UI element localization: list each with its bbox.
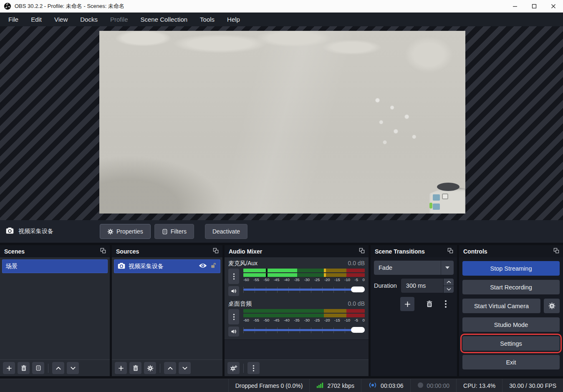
menu-item[interactable]: Docks <box>74 13 104 26</box>
add-scene-button[interactable] <box>3 362 15 374</box>
deactivate-label: Deactivate <box>212 228 240 235</box>
volume-slider-handle[interactable] <box>351 327 365 333</box>
streaming-broadcast-icon <box>368 382 377 389</box>
menu-item[interactable]: Scene Collection <box>134 13 194 26</box>
sources-title: Sources <box>116 248 139 255</box>
duration-spinbox[interactable]: 300 ms <box>401 279 454 293</box>
meter-tick-label: -15 <box>334 277 340 282</box>
menu-item[interactable]: Edit <box>25 13 48 26</box>
virtual-camera-settings-button[interactable] <box>544 299 560 313</box>
minimize-button[interactable] <box>505 0 525 13</box>
move-source-up-button[interactable] <box>164 362 176 374</box>
volume-slider-handle[interactable] <box>351 286 365 292</box>
menubar: FileEditViewDocksProfileScene Collection… <box>0 13 563 26</box>
scenes-panel: Scenes 场景 <box>0 245 110 376</box>
channel-menu-button[interactable] <box>228 309 239 324</box>
settings-button[interactable]: Settings <box>462 336 560 351</box>
scene-list-item[interactable]: 场景 <box>2 259 108 273</box>
meter-tick-label: -10 <box>344 318 350 322</box>
video-preview[interactable] <box>99 31 465 214</box>
advanced-audio-properties-button[interactable] <box>227 362 240 374</box>
meter-tick-label: -45 <box>274 277 280 282</box>
meter-tick-label: -60 <box>243 277 249 282</box>
mixer-toolbar <box>225 359 369 376</box>
popout-icon[interactable] <box>359 247 365 255</box>
sources-panel-header: Sources <box>112 245 222 257</box>
remove-source-button[interactable] <box>129 362 141 374</box>
meter-tick-label: -20 <box>324 318 330 322</box>
source-list-item[interactable]: 视频采集设备 <box>114 259 220 273</box>
volume-slider[interactable] <box>243 327 365 334</box>
add-source-button[interactable] <box>115 362 127 374</box>
menu-item[interactable]: Profile <box>104 13 134 26</box>
unlock-icon[interactable] <box>210 262 217 270</box>
mixer-empty-area <box>225 339 369 359</box>
properties-button[interactable]: Properties <box>100 224 151 239</box>
maximize-button[interactable] <box>525 0 544 13</box>
stop-streaming-button[interactable]: Stop Streaming <box>462 261 560 276</box>
popout-icon[interactable] <box>100 247 106 255</box>
mixer-menu-button[interactable] <box>247 362 260 374</box>
move-scene-up-button[interactable] <box>52 362 64 374</box>
move-scene-down-button[interactable] <box>67 362 79 374</box>
add-transition-button[interactable] <box>400 297 414 311</box>
meter-tick-label: -35 <box>294 277 300 282</box>
mute-speaker-button[interactable] <box>228 286 239 296</box>
transition-select[interactable]: Fade <box>374 261 454 275</box>
popout-icon[interactable] <box>553 247 560 255</box>
visibility-eye-icon[interactable] <box>199 263 207 270</box>
exit-button[interactable]: Exit <box>462 355 560 369</box>
transitions-body: Fade Duration 300 ms <box>371 257 457 314</box>
start-recording-button[interactable]: Start Recording <box>462 280 560 294</box>
transition-selected-value: Fade <box>374 264 441 271</box>
scenes-list: 场景 <box>0 257 110 359</box>
deactivate-button[interactable]: Deactivate <box>205 224 247 239</box>
meter-tick-label: -55 <box>253 318 259 322</box>
controls-title: Controls <box>463 248 487 255</box>
move-source-down-button[interactable] <box>179 362 191 374</box>
meter-tick-label: -5 <box>355 277 358 282</box>
meter-tick-label: -35 <box>294 318 300 322</box>
properties-label: Properties <box>116 228 143 235</box>
menu-item[interactable]: File <box>2 13 25 26</box>
mixer-channel-mic: 麦克风/Aux 0.0 dB -60-55-50-45-40-35-30 <box>225 259 369 299</box>
scenes-toolbar <box>0 359 110 376</box>
popout-icon[interactable] <box>212 247 219 255</box>
source-item-label: 视频采集设备 <box>129 263 195 270</box>
transition-properties-menu-button[interactable] <box>444 300 447 308</box>
duration-increase-button[interactable] <box>444 279 454 286</box>
meter-tick-label: 0 <box>363 277 365 282</box>
source-toolbar: 视频采集设备 Properties Filters <box>0 220 563 243</box>
chevron-down-icon <box>441 266 454 269</box>
menu-item[interactable]: Help <box>221 13 246 26</box>
close-button[interactable] <box>544 0 563 13</box>
remove-scene-button[interactable] <box>18 362 30 374</box>
remove-transition-button[interactable] <box>426 300 433 308</box>
start-virtual-camera-button[interactable]: Start Virtual Camera <box>462 299 540 313</box>
docks-area: Scenes 场景 <box>0 243 563 379</box>
sources-panel: Sources 视频采集设备 <box>112 245 222 376</box>
scene-filters-button[interactable] <box>32 362 44 374</box>
filters-button[interactable]: Filters <box>154 224 194 239</box>
toolbar-separator <box>48 364 48 373</box>
meter-tick-label: -10 <box>344 277 350 282</box>
mute-speaker-button[interactable] <box>228 327 239 337</box>
preview-background <box>0 26 563 220</box>
fps-status: 30.00 / 30.00 FPS <box>502 382 563 389</box>
channel-menu-button[interactable] <box>228 269 239 284</box>
menu-item[interactable]: View <box>48 13 74 26</box>
bitrate-status: 2702 kbps <box>310 382 361 389</box>
volume-meter: -60-55-50-45-40-35-30-25-20-15-10-50 <box>243 269 365 284</box>
source-properties-button[interactable] <box>144 362 156 374</box>
audio-mixer-header: Audio Mixer <box>225 245 369 257</box>
record-time-status: 00:00:00 <box>411 382 457 389</box>
cpu-status: CPU: 13.4% <box>457 382 502 389</box>
popout-icon[interactable] <box>447 247 454 255</box>
record-dot-icon <box>417 382 424 389</box>
volume-slider[interactable] <box>243 286 365 294</box>
meter-tick-label: -45 <box>274 318 280 322</box>
duration-decrease-button[interactable] <box>444 286 454 293</box>
menu-item[interactable]: Tools <box>194 13 221 26</box>
titlebar: OBS 30.2.2 - Profile: 未命名 - Scenes: 未命名 <box>0 0 563 13</box>
studio-mode-button[interactable]: Studio Mode <box>462 317 560 332</box>
